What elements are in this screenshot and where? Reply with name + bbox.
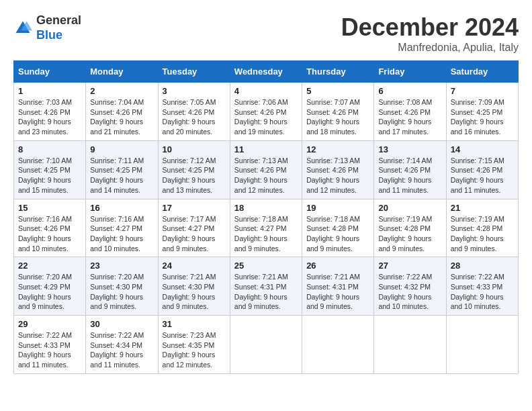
day-info: Sunrise: 7:05 AMSunset: 4:26 PMDaylight:… bbox=[163, 97, 226, 137]
calendar-header-row: SundayMondayTuesdayWednesdayThursdayFrid… bbox=[14, 61, 519, 83]
calendar-cell: 31 Sunrise: 7:23 AMSunset: 4:35 PMDaylig… bbox=[158, 316, 230, 374]
day-info: Sunrise: 7:16 AMSunset: 4:27 PMDaylight:… bbox=[90, 214, 153, 254]
day-info: Sunrise: 7:22 AMSunset: 4:33 PMDaylight:… bbox=[18, 330, 81, 370]
calendar-cell: 2 Sunrise: 7:04 AMSunset: 4:26 PMDayligh… bbox=[86, 83, 158, 141]
calendar-cell: 19 Sunrise: 7:18 AMSunset: 4:28 PMDaylig… bbox=[302, 199, 374, 257]
calendar-cell: 18 Sunrise: 7:18 AMSunset: 4:27 PMDaylig… bbox=[230, 199, 302, 257]
day-number: 14 bbox=[451, 144, 514, 154]
day-info: Sunrise: 7:08 AMSunset: 4:26 PMDaylight:… bbox=[378, 97, 441, 137]
day-number: 31 bbox=[163, 319, 226, 329]
day-number: 18 bbox=[234, 203, 298, 213]
calendar-cell bbox=[230, 316, 302, 374]
day-info: Sunrise: 7:13 AMSunset: 4:26 PMDaylight:… bbox=[306, 156, 369, 195]
day-number: 24 bbox=[163, 261, 226, 271]
day-of-week-header: Tuesday bbox=[158, 61, 230, 83]
day-number: 26 bbox=[306, 261, 369, 271]
calendar-cell: 11 Sunrise: 7:13 AMSunset: 4:26 PMDaylig… bbox=[230, 140, 302, 199]
calendar-cell: 9 Sunrise: 7:11 AMSunset: 4:25 PMDayligh… bbox=[86, 140, 158, 199]
calendar-cell bbox=[446, 316, 518, 374]
day-info: Sunrise: 7:22 AMSunset: 4:34 PMDaylight:… bbox=[90, 330, 153, 370]
calendar-cell: 7 Sunrise: 7:09 AMSunset: 4:25 PMDayligh… bbox=[446, 83, 518, 141]
calendar-cell: 22 Sunrise: 7:20 AMSunset: 4:29 PMDaylig… bbox=[14, 257, 86, 316]
location: Manfredonia, Apulia, Italy bbox=[341, 42, 519, 54]
calendar-cell: 4 Sunrise: 7:06 AMSunset: 4:26 PMDayligh… bbox=[230, 83, 302, 141]
calendar-cell bbox=[374, 316, 446, 374]
day-number: 21 bbox=[451, 203, 514, 213]
day-number: 16 bbox=[90, 203, 153, 213]
calendar-cell: 8 Sunrise: 7:10 AMSunset: 4:25 PMDayligh… bbox=[14, 140, 86, 199]
calendar-cell: 17 Sunrise: 7:17 AMSunset: 4:27 PMDaylig… bbox=[158, 199, 230, 257]
day-info: Sunrise: 7:21 AMSunset: 4:31 PMDaylight:… bbox=[306, 272, 369, 312]
day-number: 3 bbox=[163, 86, 226, 96]
day-number: 29 bbox=[18, 319, 81, 329]
day-info: Sunrise: 7:23 AMSunset: 4:35 PMDaylight:… bbox=[163, 330, 226, 370]
month-title: December 2024 bbox=[341, 13, 519, 42]
day-number: 13 bbox=[378, 144, 441, 154]
day-info: Sunrise: 7:20 AMSunset: 4:30 PMDaylight:… bbox=[90, 272, 153, 312]
day-number: 4 bbox=[234, 86, 298, 96]
day-info: Sunrise: 7:16 AMSunset: 4:26 PMDaylight:… bbox=[18, 214, 81, 254]
day-info: Sunrise: 7:03 AMSunset: 4:26 PMDaylight:… bbox=[18, 97, 81, 137]
calendar-cell: 29 Sunrise: 7:22 AMSunset: 4:33 PMDaylig… bbox=[14, 316, 86, 374]
day-number: 7 bbox=[451, 86, 514, 96]
day-number: 25 bbox=[234, 261, 298, 271]
calendar-row: 15 Sunrise: 7:16 AMSunset: 4:26 PMDaylig… bbox=[14, 199, 519, 257]
day-info: Sunrise: 7:18 AMSunset: 4:27 PMDaylight:… bbox=[234, 214, 298, 254]
day-number: 11 bbox=[234, 144, 298, 154]
day-info: Sunrise: 7:09 AMSunset: 4:25 PMDaylight:… bbox=[451, 97, 514, 137]
calendar-cell: 30 Sunrise: 7:22 AMSunset: 4:34 PMDaylig… bbox=[86, 316, 158, 374]
logo: General Blue bbox=[13, 13, 81, 42]
day-info: Sunrise: 7:12 AMSunset: 4:25 PMDaylight:… bbox=[163, 156, 226, 195]
calendar-cell bbox=[302, 316, 374, 374]
calendar-cell: 5 Sunrise: 7:07 AMSunset: 4:26 PMDayligh… bbox=[302, 83, 374, 141]
day-info: Sunrise: 7:22 AMSunset: 4:32 PMDaylight:… bbox=[378, 272, 441, 312]
calendar-cell: 6 Sunrise: 7:08 AMSunset: 4:26 PMDayligh… bbox=[374, 83, 446, 141]
day-info: Sunrise: 7:22 AMSunset: 4:33 PMDaylight:… bbox=[451, 272, 514, 312]
day-info: Sunrise: 7:21 AMSunset: 4:30 PMDaylight:… bbox=[163, 272, 226, 312]
day-number: 19 bbox=[306, 203, 369, 213]
day-info: Sunrise: 7:07 AMSunset: 4:26 PMDaylight:… bbox=[306, 97, 369, 137]
calendar-cell: 1 Sunrise: 7:03 AMSunset: 4:26 PMDayligh… bbox=[14, 83, 86, 141]
day-number: 1 bbox=[18, 86, 81, 96]
day-number: 17 bbox=[163, 203, 226, 213]
day-info: Sunrise: 7:11 AMSunset: 4:25 PMDaylight:… bbox=[90, 156, 153, 195]
calendar-cell: 14 Sunrise: 7:15 AMSunset: 4:26 PMDaylig… bbox=[446, 140, 518, 199]
calendar-cell: 15 Sunrise: 7:16 AMSunset: 4:26 PMDaylig… bbox=[14, 199, 86, 257]
calendar-cell: 26 Sunrise: 7:21 AMSunset: 4:31 PMDaylig… bbox=[302, 257, 374, 316]
day-info: Sunrise: 7:19 AMSunset: 4:28 PMDaylight:… bbox=[378, 214, 441, 254]
day-number: 23 bbox=[90, 261, 153, 271]
calendar-cell: 3 Sunrise: 7:05 AMSunset: 4:26 PMDayligh… bbox=[158, 83, 230, 141]
logo-blue: Blue bbox=[36, 28, 62, 42]
day-number: 27 bbox=[378, 261, 441, 271]
day-number: 30 bbox=[90, 319, 153, 329]
calendar-cell: 13 Sunrise: 7:14 AMSunset: 4:26 PMDaylig… bbox=[374, 140, 446, 199]
calendar-cell: 28 Sunrise: 7:22 AMSunset: 4:33 PMDaylig… bbox=[446, 257, 518, 316]
day-of-week-header: Sunday bbox=[14, 61, 86, 83]
page-header: General Blue December 2024 Manfredonia, … bbox=[13, 13, 519, 54]
calendar-cell: 23 Sunrise: 7:20 AMSunset: 4:30 PMDaylig… bbox=[86, 257, 158, 316]
day-number: 8 bbox=[18, 144, 81, 154]
calendar-cell: 10 Sunrise: 7:12 AMSunset: 4:25 PMDaylig… bbox=[158, 140, 230, 199]
day-info: Sunrise: 7:17 AMSunset: 4:27 PMDaylight:… bbox=[163, 214, 226, 254]
calendar-cell: 12 Sunrise: 7:13 AMSunset: 4:26 PMDaylig… bbox=[302, 140, 374, 199]
day-info: Sunrise: 7:15 AMSunset: 4:26 PMDaylight:… bbox=[451, 156, 514, 195]
calendar-cell: 21 Sunrise: 7:19 AMSunset: 4:28 PMDaylig… bbox=[446, 199, 518, 257]
day-of-week-header: Wednesday bbox=[230, 61, 302, 83]
day-number: 22 bbox=[18, 261, 81, 271]
calendar-row: 8 Sunrise: 7:10 AMSunset: 4:25 PMDayligh… bbox=[14, 140, 519, 199]
day-number: 6 bbox=[378, 86, 441, 96]
day-info: Sunrise: 7:18 AMSunset: 4:28 PMDaylight:… bbox=[306, 214, 369, 254]
day-of-week-header: Thursday bbox=[302, 61, 374, 83]
calendar-cell: 25 Sunrise: 7:21 AMSunset: 4:31 PMDaylig… bbox=[230, 257, 302, 316]
calendar-row: 1 Sunrise: 7:03 AMSunset: 4:26 PMDayligh… bbox=[14, 83, 519, 141]
calendar-cell: 27 Sunrise: 7:22 AMSunset: 4:32 PMDaylig… bbox=[374, 257, 446, 316]
calendar-row: 22 Sunrise: 7:20 AMSunset: 4:29 PMDaylig… bbox=[14, 257, 519, 316]
day-number: 15 bbox=[18, 203, 81, 213]
day-info: Sunrise: 7:04 AMSunset: 4:26 PMDaylight:… bbox=[90, 97, 153, 137]
day-info: Sunrise: 7:19 AMSunset: 4:28 PMDaylight:… bbox=[451, 214, 514, 254]
logo-icon bbox=[13, 19, 32, 38]
calendar-cell: 16 Sunrise: 7:16 AMSunset: 4:27 PMDaylig… bbox=[86, 199, 158, 257]
day-of-week-header: Monday bbox=[86, 61, 158, 83]
day-info: Sunrise: 7:20 AMSunset: 4:29 PMDaylight:… bbox=[18, 272, 81, 312]
day-number: 10 bbox=[163, 144, 226, 154]
